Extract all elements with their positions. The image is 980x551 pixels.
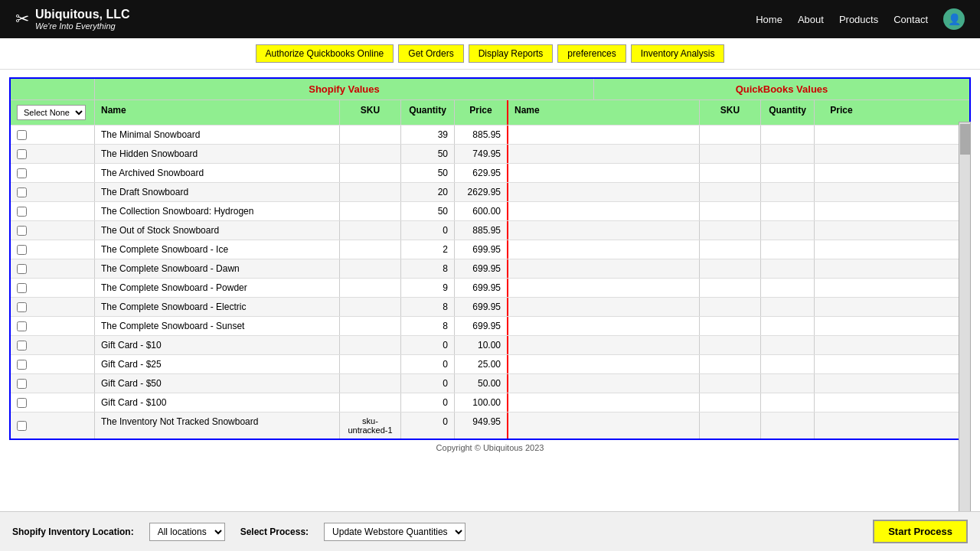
table-body: The Minimal Snowboard 39 885.95 The Hidd…: [11, 125, 969, 439]
row-checkbox[interactable]: [17, 283, 27, 293]
row-price: 600.00: [455, 202, 508, 220]
authorize-qb-button[interactable]: Authorize Quickbooks Online: [256, 44, 394, 63]
row-quantity: 9: [401, 279, 455, 297]
row-checkbox[interactable]: [17, 149, 27, 159]
row-price: 699.95: [455, 317, 508, 335]
scrollbar-thumb[interactable]: [960, 124, 971, 155]
row-sku: [340, 355, 401, 373]
top-navigation: ✂ Ubiquitous, LLC We're Into Everything …: [0, 0, 980, 38]
row-price: 885.95: [455, 126, 508, 144]
row-product-name: Gift Card - $100: [95, 393, 340, 412]
row-checkbox[interactable]: [17, 341, 27, 350]
row-qb-price: [815, 126, 868, 144]
row-qb-sku: [700, 183, 761, 201]
row-checkbox-cell: [11, 355, 95, 373]
row-checkbox[interactable]: [17, 302, 27, 312]
row-checkbox[interactable]: [17, 321, 27, 331]
logo-text: Ubiquitous, LLC We're Into Everything: [35, 7, 130, 31]
row-qb-sku: [700, 355, 761, 373]
select-none-cell: Select None Select All: [11, 100, 95, 125]
row-qb-sku: [700, 412, 761, 439]
row-checkbox[interactable]: [17, 168, 27, 178]
row-checkbox-cell: [11, 202, 95, 220]
row-qb-sku: [700, 202, 761, 220]
row-qb-name: [508, 221, 700, 240]
main-content: Shopify Values QuickBooks Values Select …: [0, 70, 980, 506]
row-quantity: 0: [401, 336, 455, 354]
row-qb-sku: [700, 317, 761, 335]
table-row: The Draft Snowboard 20 2629.95: [11, 182, 969, 201]
row-qb-name: [508, 393, 700, 412]
inventory-analysis-button[interactable]: Inventory Analysis: [631, 44, 725, 63]
row-sku: [340, 336, 401, 354]
row-checkbox[interactable]: [17, 360, 27, 370]
row-qb-name: [508, 279, 700, 297]
row-qb-quantity: [761, 145, 815, 163]
row-product-name: The Complete Snowboard - Sunset: [95, 317, 340, 335]
row-sku: sku-untracked-1: [340, 412, 401, 439]
row-checkbox-cell: [11, 240, 95, 259]
row-checkbox[interactable]: [17, 226, 27, 236]
row-qb-sku: [700, 145, 761, 163]
get-orders-button[interactable]: Get Orders: [398, 44, 463, 63]
row-checkbox[interactable]: [17, 207, 27, 217]
row-product-name: The Complete Snowboard - Dawn: [95, 259, 340, 278]
nav-contact[interactable]: Contact: [893, 14, 928, 25]
row-qb-name: [508, 183, 700, 201]
start-process-button[interactable]: Start Process: [873, 520, 968, 543]
row-qb-sku: [700, 279, 761, 297]
row-qb-price: [815, 336, 868, 354]
row-product-name: The Complete Snowboard - Ice: [95, 240, 340, 259]
row-checkbox-cell: [11, 336, 95, 354]
row-qb-name: [508, 355, 700, 373]
row-checkbox[interactable]: [17, 421, 27, 431]
row-checkbox-cell: [11, 126, 95, 144]
row-checkbox[interactable]: [17, 187, 27, 197]
select-none-dropdown[interactable]: Select None Select All: [17, 105, 86, 120]
row-qb-name: [508, 317, 700, 335]
table-row: The Collection Snowboard: Hydrogen 50 60…: [11, 201, 969, 220]
row-price: 699.95: [455, 298, 508, 316]
row-qb-sku: [700, 298, 761, 316]
row-qb-quantity: [761, 355, 815, 373]
row-quantity: 8: [401, 317, 455, 335]
table-row: The Archived Snowboard 50 629.95: [11, 163, 969, 182]
preferences-button[interactable]: preferences: [557, 44, 626, 63]
row-checkbox-cell: [11, 374, 95, 393]
row-checkbox[interactable]: [17, 379, 27, 389]
row-checkbox-cell: [11, 164, 95, 182]
table-row: Gift Card - $25 0 25.00: [11, 354, 969, 373]
location-select[interactable]: All locations: [149, 523, 225, 541]
nav-home[interactable]: Home: [756, 14, 782, 25]
row-qb-price: [815, 393, 868, 412]
row-qb-quantity: [761, 298, 815, 316]
nav-products[interactable]: Products: [839, 14, 878, 25]
row-checkbox[interactable]: [17, 264, 27, 274]
row-qb-price: [815, 355, 868, 373]
row-qb-price: [815, 240, 868, 259]
logo-icon: ✂: [15, 9, 29, 29]
user-avatar[interactable]: 👤: [943, 8, 965, 30]
row-checkbox[interactable]: [17, 130, 27, 140]
scrollbar-track[interactable]: [959, 122, 971, 512]
row-checkbox[interactable]: [17, 398, 27, 408]
column-headers-row: Select None Select All Name SKU Quantity…: [11, 99, 969, 125]
row-price: 699.95: [455, 259, 508, 278]
display-reports-button[interactable]: Display Reports: [469, 44, 554, 63]
location-label: Shopify Inventory Location:: [12, 527, 134, 537]
row-qb-quantity: [761, 279, 815, 297]
row-quantity: 50: [401, 164, 455, 182]
process-select[interactable]: Update Webstore Quantities Sync Inventor…: [324, 523, 466, 541]
sub-navigation: Authorize Quickbooks Online Get Orders D…: [0, 38, 980, 70]
nav-about[interactable]: About: [798, 14, 824, 25]
logo-area: ✂ Ubiquitous, LLC We're Into Everything: [15, 7, 130, 31]
row-sku: [340, 221, 401, 240]
row-sku: [340, 374, 401, 393]
row-qb-sku: [700, 393, 761, 412]
row-qb-quantity: [761, 126, 815, 144]
inventory-table: Shopify Values QuickBooks Values Select …: [9, 77, 971, 440]
row-qb-name: [508, 202, 700, 220]
row-product-name: The Complete Snowboard - Powder: [95, 279, 340, 297]
row-checkbox[interactable]: [17, 245, 27, 255]
row-product-name: The Draft Snowboard: [95, 183, 340, 201]
